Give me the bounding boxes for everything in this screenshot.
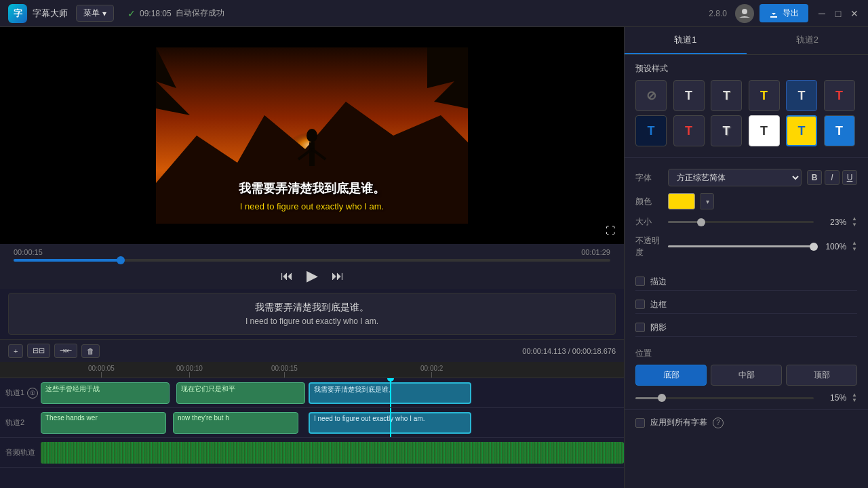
progress-thumb[interactable] bbox=[117, 256, 125, 264]
preset-item-9[interactable]: T bbox=[749, 115, 780, 146]
shadow-label: 阴影 bbox=[650, 322, 667, 333]
size-row: 大小 23% ▲▼ bbox=[635, 216, 857, 228]
time-total: 00:01:29 bbox=[581, 248, 610, 256]
timeline-toolbar: + ⊟⊟ ⇥⇤ 🗑 00:00:14.113 / 00:00:18.676 bbox=[0, 339, 624, 362]
time-current: 00:00:15 bbox=[14, 248, 43, 256]
track-tabs: 轨道1 轨道2 bbox=[625, 27, 868, 55]
color-swatch[interactable] bbox=[668, 193, 695, 209]
ruler-mark-current: 00:00:15 bbox=[271, 365, 298, 378]
underline-button[interactable]: U bbox=[842, 170, 857, 185]
add-clip-button[interactable]: + bbox=[8, 344, 23, 358]
split-button-1[interactable]: ⊟⊟ bbox=[27, 344, 50, 358]
pos-middle-button[interactable]: 中部 bbox=[711, 365, 782, 386]
clip-track2-1[interactable]: These hands wer bbox=[41, 412, 166, 434]
font-section: 字体 方正综艺简体 B I U 颜色 ▾ 大小 bbox=[625, 161, 868, 273]
track-1-label: 轨道1 ① bbox=[0, 388, 41, 399]
info-icon[interactable]: ? bbox=[713, 418, 724, 428]
position-value: 15% bbox=[819, 393, 846, 403]
position-title: 位置 bbox=[635, 348, 857, 359]
svg-point-0 bbox=[742, 9, 747, 14]
timeline-tracks: 轨道1 ① 这些手曾经用于战 现在它们只是和平 我需要弄清楚我到底是谁。 bbox=[0, 378, 624, 488]
font-select[interactable]: 方正综艺简体 bbox=[668, 169, 802, 186]
preset-section: 预设样式 ⊘ T T T T T T T T T T T bbox=[625, 55, 868, 155]
color-dropdown[interactable]: ▾ bbox=[701, 193, 714, 209]
track-2-label: 轨道2 bbox=[0, 418, 41, 428]
preset-item-10[interactable]: T bbox=[786, 115, 817, 146]
size-spinner[interactable]: ▲▼ bbox=[852, 216, 857, 228]
font-style-buttons: B I U bbox=[807, 170, 857, 185]
position-buttons: 底部 中部 顶部 bbox=[635, 365, 857, 386]
pos-top-button[interactable]: 顶部 bbox=[786, 365, 857, 386]
shadow-checkbox[interactable] bbox=[635, 323, 645, 332]
fullscreen-button[interactable]: ⛶ bbox=[602, 222, 618, 239]
clip-track2-2[interactable]: now they're but h bbox=[173, 412, 298, 434]
size-slider[interactable] bbox=[668, 221, 814, 223]
playhead[interactable] bbox=[390, 378, 391, 407]
ruler-label: 00:00:05 bbox=[88, 365, 115, 372]
opacity-slider[interactable] bbox=[668, 245, 814, 247]
apply-row: 应用到所有字幕 ? bbox=[625, 409, 868, 435]
video-preview: 我需要弄清楚我到底是谁。 I need to figure out exactl… bbox=[0, 27, 624, 244]
pos-bottom-button[interactable]: 底部 bbox=[635, 365, 707, 386]
bold-button[interactable]: B bbox=[807, 170, 822, 185]
subtitle-display: 我需要弄清楚我到底是谁。 I need to figure out exactl… bbox=[8, 293, 616, 335]
italic-button[interactable]: I bbox=[825, 170, 840, 185]
track-1-row: 轨道1 ① 这些手曾经用于战 现在它们只是和平 我需要弄清楚我到底是谁。 bbox=[0, 378, 624, 408]
position-spinner[interactable]: ▲▼ bbox=[852, 392, 857, 405]
preset-item-0[interactable]: ⊘ bbox=[635, 80, 667, 111]
preset-item-7[interactable]: T bbox=[673, 115, 705, 146]
preset-item-4[interactable]: T bbox=[786, 80, 817, 111]
audio-track-row: 音频轨道 bbox=[0, 438, 624, 468]
tab-track2[interactable]: 轨道2 bbox=[747, 27, 869, 54]
app-logo: 字 bbox=[8, 4, 27, 23]
svg-point-3 bbox=[307, 129, 317, 142]
user-avatar[interactable] bbox=[735, 4, 754, 23]
video-subtitle-en: I need to figure out exactly who I am. bbox=[156, 201, 468, 211]
stroke-row: 描边 bbox=[635, 273, 857, 291]
preset-item-1[interactable]: T bbox=[673, 80, 705, 111]
border-checkbox[interactable] bbox=[635, 300, 645, 309]
preset-item-2[interactable]: T bbox=[711, 80, 742, 111]
position-slider[interactable] bbox=[635, 397, 814, 399]
preset-item-6[interactable]: T bbox=[635, 115, 667, 146]
save-text: 自动保存成功 bbox=[176, 7, 224, 19]
color-label: 颜色 bbox=[635, 196, 663, 207]
playhead-time: 00:00:14.113 / 00:00:18.676 bbox=[522, 347, 616, 355]
effects-section: 描边 边框 阴影 bbox=[625, 273, 868, 342]
rewind-button[interactable]: ⏮ bbox=[281, 269, 293, 283]
color-row: 颜色 ▾ bbox=[635, 193, 857, 209]
divider-1 bbox=[625, 157, 868, 158]
clip-track1-2[interactable]: 现在它们只是和平 bbox=[176, 382, 305, 404]
split-button-2[interactable]: ⇥⇤ bbox=[54, 344, 77, 358]
clip-track1-1[interactable]: 这些手曾经用于战 bbox=[41, 382, 170, 404]
minimize-button[interactable]: ─ bbox=[816, 8, 827, 19]
preset-item-8[interactable]: T bbox=[711, 115, 742, 146]
tab-track1[interactable]: 轨道1 bbox=[625, 27, 747, 54]
border-row: 边框 bbox=[635, 296, 857, 314]
preset-item-11[interactable]: T bbox=[824, 115, 855, 146]
stroke-checkbox[interactable] bbox=[635, 277, 645, 286]
close-button[interactable]: ✕ bbox=[849, 8, 860, 19]
svg-rect-4 bbox=[309, 142, 315, 166]
export-button[interactable]: 导出 bbox=[760, 4, 808, 22]
ruler-mark: 00:00:10 bbox=[176, 365, 203, 378]
play-button[interactable]: ▶ bbox=[307, 267, 318, 285]
playback-controls: ⏮ ▶ ⏭ bbox=[14, 267, 610, 285]
subtitle-display-en: I need to figure out exactly who I am. bbox=[17, 317, 607, 326]
stroke-label: 描边 bbox=[650, 276, 667, 287]
subtitle-display-cn: 我需要弄清楚我到底是谁。 bbox=[17, 302, 607, 314]
menu-button[interactable]: 菜单 ▾ bbox=[76, 5, 114, 22]
apply-label: 应用到所有字幕 bbox=[650, 417, 707, 428]
time-labels: 00:00:15 00:01:29 bbox=[14, 248, 610, 256]
progress-track[interactable] bbox=[14, 259, 610, 262]
preset-title: 预设样式 bbox=[635, 63, 857, 75]
fast-forward-button[interactable]: ⏭ bbox=[332, 269, 344, 283]
preset-item-5[interactable]: T bbox=[824, 80, 855, 111]
apply-checkbox[interactable] bbox=[635, 418, 645, 428]
save-time: 09:18:05 bbox=[140, 9, 172, 18]
maximize-button[interactable]: □ bbox=[833, 8, 844, 19]
preset-item-3[interactable]: T bbox=[749, 80, 780, 111]
opacity-spinner[interactable]: ▲▼ bbox=[852, 241, 857, 253]
delete-button[interactable]: 🗑 bbox=[81, 344, 100, 358]
progress-fill bbox=[14, 259, 121, 262]
